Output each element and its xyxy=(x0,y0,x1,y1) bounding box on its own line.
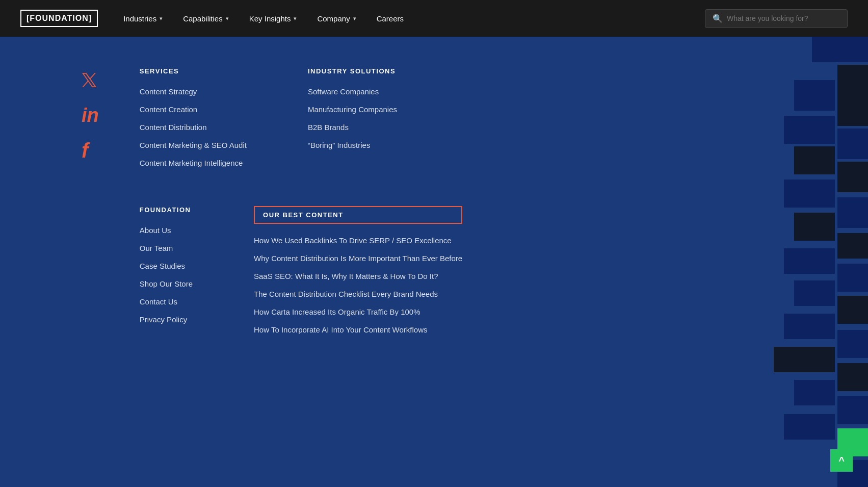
link-content-marketing-intelligence[interactable]: Content Marketing Intelligence xyxy=(140,158,247,168)
services-header: SERVICES xyxy=(140,67,247,75)
twitter-x-icon[interactable] xyxy=(82,72,99,90)
social-icons: in f xyxy=(82,72,99,456)
link-content-distribution[interactable]: Content Distribution xyxy=(140,122,247,133)
link-content-distribution-important[interactable]: Why Content Distribution Is More Importa… xyxy=(254,253,462,264)
link-case-studies[interactable]: Case Studies xyxy=(140,261,193,271)
link-saas-seo[interactable]: SaaS SEO: What It Is, Why It Matters & H… xyxy=(254,271,462,281)
nav-company[interactable]: Company ▾ xyxy=(317,14,356,23)
navbar: [FOUNDATION] Industries ▾ Capabilities ▾… xyxy=(0,0,868,37)
search-input[interactable] xyxy=(727,14,840,22)
link-b2b-brands[interactable]: B2B Brands xyxy=(308,122,397,133)
chevron-down-icon: ▾ xyxy=(160,15,163,22)
link-software-companies[interactable]: Software Companies xyxy=(308,86,397,97)
linkedin-icon[interactable]: in xyxy=(82,106,99,125)
link-content-creation[interactable]: Content Creation xyxy=(140,104,247,115)
link-content-distribution-checklist[interactable]: The Content Distribution Checklist Every… xyxy=(254,289,462,299)
nav-key-insights[interactable]: Key Insights ▾ xyxy=(249,14,297,23)
link-ai-content-workflows[interactable]: How To Incorporate AI Into Your Content … xyxy=(254,324,462,335)
link-content-strategy[interactable]: Content Strategy xyxy=(140,86,247,97)
facebook-icon[interactable]: f xyxy=(82,140,99,161)
nav-industries[interactable]: Industries ▾ xyxy=(123,14,163,23)
link-about-us[interactable]: About Us xyxy=(140,225,193,236)
decorative-panel xyxy=(720,37,868,487)
link-manufacturing-companies[interactable]: Manufacturing Companies xyxy=(308,104,397,115)
foundation-header: FOUNDATION xyxy=(140,206,193,214)
link-content-marketing-seo[interactable]: Content Marketing & SEO Audit xyxy=(140,140,247,150)
link-shop-our-store[interactable]: Shop Our Store xyxy=(140,278,193,289)
nav-items: Industries ▾ Capabilities ▾ Key Insights… xyxy=(123,14,705,23)
link-backlinks-serp[interactable]: How We Used Backlinks To Drive SERP / SE… xyxy=(254,235,462,246)
best-content-col: OUR BEST CONTENT How We Used Backlinks T… xyxy=(254,206,462,342)
chevron-down-icon: ▾ xyxy=(294,15,297,22)
industry-solutions-col: INDUSTRY SOLUTIONS Software Companies Ma… xyxy=(308,67,397,175)
link-contact-us[interactable]: Contact Us xyxy=(140,296,193,307)
link-boring-industries[interactable]: “Boring” Industries xyxy=(308,140,397,150)
search-bar[interactable]: 🔍 xyxy=(705,9,848,28)
site-logo[interactable]: [FOUNDATION] xyxy=(20,10,98,27)
scroll-to-top-button[interactable]: ^ xyxy=(830,449,853,472)
chevron-down-icon: ▾ xyxy=(353,15,356,22)
best-content-header: OUR BEST CONTENT xyxy=(254,206,462,224)
search-icon: 🔍 xyxy=(713,14,723,23)
foundation-col: FOUNDATION About Us Our Team Case Studie… xyxy=(140,206,193,342)
link-privacy-policy[interactable]: Privacy Policy xyxy=(140,314,193,325)
industry-solutions-header: INDUSTRY SOLUTIONS xyxy=(308,67,397,75)
link-our-team[interactable]: Our Team xyxy=(140,243,193,253)
services-col: SERVICES Content Strategy Content Creati… xyxy=(140,67,247,175)
main-content: in f SERVICES Content Strategy Content C… xyxy=(0,37,868,487)
chevron-down-icon: ▾ xyxy=(226,15,229,22)
link-carta-organic-traffic[interactable]: How Carta Increased Its Organic Traffic … xyxy=(254,306,462,317)
nav-capabilities[interactable]: Capabilities ▾ xyxy=(183,14,229,23)
nav-careers[interactable]: Careers xyxy=(377,14,404,23)
